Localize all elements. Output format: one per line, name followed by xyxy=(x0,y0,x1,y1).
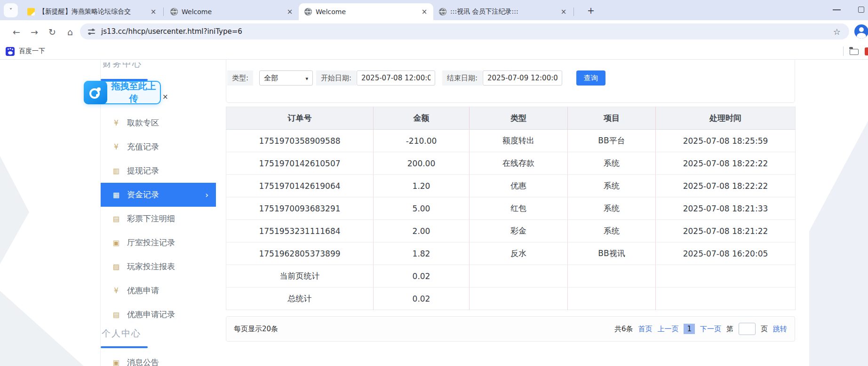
tab-close-icon[interactable] xyxy=(149,8,158,16)
sidebar-item-player-bet-report[interactable]: ▨玩家投注报表 xyxy=(101,255,216,279)
browser-tab[interactable]: :::视讯 会员下注纪录::: xyxy=(433,3,573,20)
end-date-label: 结束日期: xyxy=(442,70,482,86)
sidebar-item-recharge-record[interactable]: ¥充值记录 xyxy=(101,135,216,159)
tab-search-button[interactable] xyxy=(4,3,18,17)
table-cell: 1751953231111684 xyxy=(226,220,374,242)
tab-separator xyxy=(163,8,164,16)
table-column-header: 项目 xyxy=(568,107,656,130)
table-cell: 2025-07-08 18:25:59 xyxy=(656,130,796,152)
table-row: 当前页统计0.02 xyxy=(226,265,796,288)
plus-icon xyxy=(587,5,595,16)
clipped-bookmark-icon[interactable] xyxy=(865,47,868,55)
table-row: 1751970142610507200.00在线存款系统2025-07-08 1… xyxy=(226,152,796,175)
sidebar-item-withdraw[interactable]: ¥取款专区 xyxy=(101,111,216,135)
section-underline xyxy=(101,346,148,348)
table-cell xyxy=(656,288,796,310)
sidebar-item-lottery-bet-detail[interactable]: ▤彩票下注明细 xyxy=(101,207,216,231)
table-row: 17519628053738991.82反水BB视讯2025-07-08 16:… xyxy=(226,242,796,265)
table-cell xyxy=(470,288,568,310)
prev-page-link[interactable]: 上一页 xyxy=(657,325,678,334)
message-notice-icon: ▣ xyxy=(111,358,121,366)
table-cell: 2025-07-08 18:22:22 xyxy=(656,152,796,175)
promo-apply-icon: ¥ xyxy=(111,287,121,295)
tab-close-icon[interactable] xyxy=(286,8,294,16)
cashout-record-icon: ▥ xyxy=(111,167,121,175)
sidebar-item-cashout-record[interactable]: ▥提现记录 xyxy=(101,159,216,183)
funds-record-table: 订单号金额类型项目处理时间 1751970358909588-210.00额度转… xyxy=(226,107,796,310)
background-right-gutter xyxy=(809,60,868,366)
table-cell xyxy=(568,265,656,288)
globe-favicon-icon xyxy=(170,8,178,16)
search-button[interactable]: 查询 xyxy=(576,70,605,86)
table-cell: 1751970142619064 xyxy=(226,175,374,197)
reload-button[interactable] xyxy=(46,26,58,38)
current-page-indicator[interactable]: 1 xyxy=(684,324,695,334)
browser-tab[interactable]: 【新提醒】海燕策略论坛综合交 xyxy=(22,3,162,20)
profile-avatar[interactable] xyxy=(854,24,868,39)
tab-close-icon[interactable] xyxy=(420,8,429,16)
type-select-value: 全部 xyxy=(264,74,278,83)
table-row: 17519532311116842.00彩金系统2025-07-08 18:21… xyxy=(226,220,796,242)
table-cell: 额度转出 xyxy=(470,130,568,152)
drag-upload-overlay[interactable]: 拖拽至此上传 xyxy=(84,81,161,104)
promo-apply-record-icon: ▤ xyxy=(111,311,121,319)
table-cell: 2025-07-08 18:21:22 xyxy=(656,220,796,242)
end-date-input[interactable] xyxy=(483,70,562,86)
hall-bet-record-icon: ▣ xyxy=(111,239,121,247)
tab-separator xyxy=(573,8,574,16)
bookmarks-separator xyxy=(843,47,844,56)
table-row: 17519700936832915.00红包系统2025-07-08 18:21… xyxy=(226,197,796,220)
site-settings-icon[interactable] xyxy=(88,29,95,34)
sidebar-item-label: 提现记录 xyxy=(127,165,159,176)
other-bookmarks-folder-icon[interactable] xyxy=(850,49,859,55)
window-restore-button[interactable] xyxy=(858,7,864,13)
lottery-bet-detail-icon: ▤ xyxy=(111,215,121,223)
table-cell: 系统 xyxy=(568,152,656,175)
sidebar-item-promo-apply-record[interactable]: ▤优惠申请记录 xyxy=(101,303,216,327)
pagination-bar: 每页显示20条 共6条 首页 上一页 1 下一页 第 页 跳转 xyxy=(226,316,795,342)
next-page-link[interactable]: 下一页 xyxy=(700,325,721,334)
start-date-input[interactable] xyxy=(357,70,435,86)
chevron-right-icon xyxy=(205,190,208,200)
bookmark-item-baidu[interactable]: 百度一下 xyxy=(6,45,45,57)
globe-favicon-icon xyxy=(439,8,446,16)
sidebar-item-promo-apply[interactable]: ¥优惠申请 xyxy=(101,279,216,303)
sidebar-item-label: 彩票下注明细 xyxy=(127,213,175,224)
first-page-link[interactable]: 首页 xyxy=(638,325,652,334)
url-text[interactable]: js13.cc/hhcp/usercenter.html?iniType=6 xyxy=(101,27,242,36)
bookmark-star-icon[interactable] xyxy=(833,27,841,37)
table-cell xyxy=(656,265,796,288)
bookmarks-bar: 百度一下 xyxy=(0,43,868,60)
jump-prefix-text: 第 xyxy=(726,325,733,334)
tab-close-icon[interactable] xyxy=(559,8,568,16)
sidebar-item-label: 优惠申请 xyxy=(127,285,159,296)
jump-suffix-text: 页 xyxy=(761,325,768,334)
window-minimize-button[interactable] xyxy=(833,9,841,10)
home-button[interactable] xyxy=(64,26,76,38)
table-cell: 1751970358909588 xyxy=(226,130,374,152)
table-cell: 系统 xyxy=(568,220,656,242)
upload-overlay-close-icon[interactable] xyxy=(162,93,168,101)
funds-record-icon: ▦ xyxy=(111,191,121,199)
address-bar[interactable]: js13.cc/hhcp/usercenter.html?iniType=6 xyxy=(80,23,849,39)
back-button[interactable] xyxy=(10,26,23,38)
forward-button[interactable] xyxy=(28,26,40,38)
bookmark-label: 百度一下 xyxy=(19,47,45,55)
sidebar-item-funds-record[interactable]: ▦资金记录 xyxy=(101,183,216,207)
netdisk-cloud-icon xyxy=(84,81,107,104)
jump-button[interactable]: 跳转 xyxy=(773,325,787,334)
table-cell: 2025-07-08 16:20:05 xyxy=(656,242,796,265)
jump-page-input[interactable] xyxy=(739,323,756,335)
browser-tab[interactable]: Welcome xyxy=(299,3,433,20)
new-tab-button[interactable] xyxy=(585,4,597,16)
type-select[interactable]: 全部 xyxy=(259,70,313,86)
sidebar-item-hall-bet-record[interactable]: ▣厅室投注记录 xyxy=(101,231,216,255)
table-cell: 1751970093683291 xyxy=(226,197,374,220)
sidebar-item-label: 消息公告 xyxy=(127,357,159,366)
table-cell: 1751962805373899 xyxy=(226,242,374,265)
table-cell: 当前页统计 xyxy=(226,265,374,288)
table-cell: 200.00 xyxy=(374,152,470,175)
table-column-header: 金额 xyxy=(374,107,470,130)
sidebar-item-message-notice[interactable]: ▣消息公告 xyxy=(101,350,216,366)
browser-tab[interactable]: Welcome xyxy=(165,3,299,20)
